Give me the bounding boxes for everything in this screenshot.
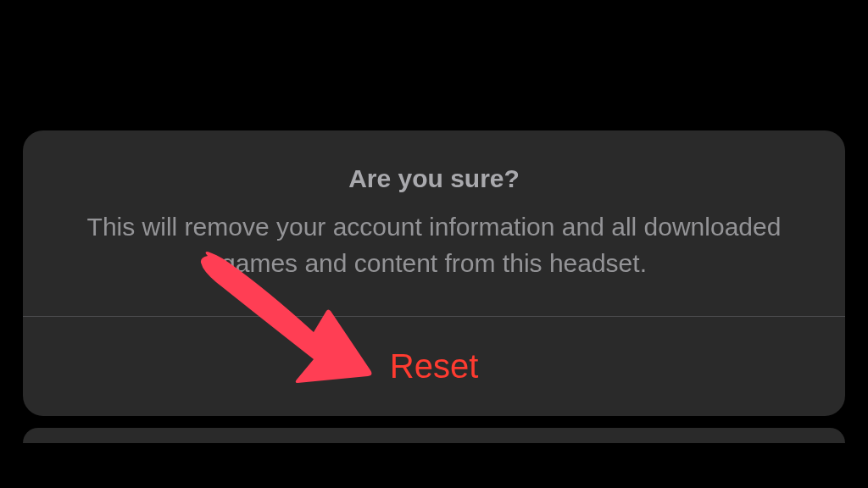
reset-button-label: Reset [390, 347, 479, 385]
confirmation-sheet: Are you sure? This will remove your acco… [23, 130, 845, 416]
dialog-container: Are you sure? This will remove your acco… [23, 130, 845, 443]
reset-button[interactable]: Reset [23, 317, 845, 416]
dialog-content: Are you sure? This will remove your acco… [23, 130, 845, 316]
dialog-title: Are you sure? [74, 164, 794, 193]
secondary-sheet-peek [23, 428, 845, 443]
dialog-message: This will remove your account informatio… [74, 208, 794, 282]
